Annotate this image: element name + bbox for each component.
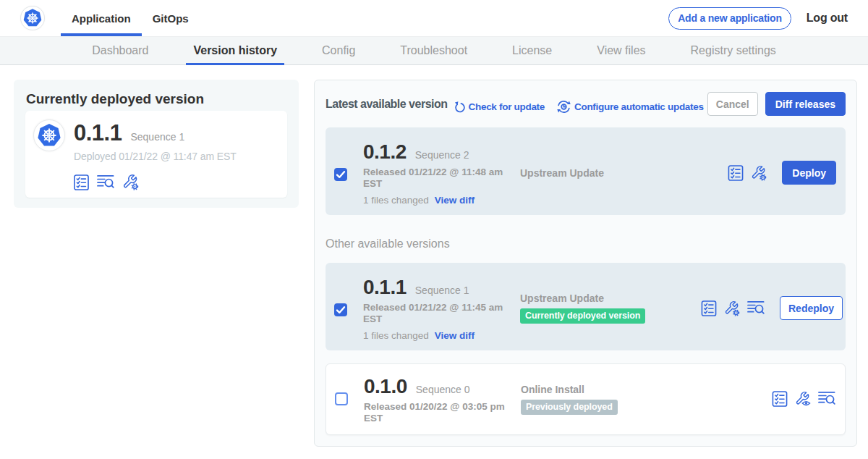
diff-releases-button[interactable]: Diff releases — [765, 92, 846, 116]
row-source-column: Upstream Update — [520, 167, 701, 179]
row-sequence-label: Sequence 1 — [415, 285, 469, 296]
tab-gitops[interactable]: GitOps — [142, 0, 200, 36]
deployed-version-details: 0.1.1 Sequence 1 Deployed 01/21/22 @ 11:… — [74, 119, 237, 189]
view-logs-icon[interactable] — [747, 300, 765, 316]
row-source-label: Upstream Update — [520, 292, 701, 304]
preflight-checks-icon[interactable] — [728, 165, 744, 181]
row-source-column: Upstream Update Currently deployed versi… — [520, 292, 701, 324]
preflight-checks-icon[interactable] — [74, 174, 89, 190]
preflight-checks-icon[interactable] — [772, 391, 788, 407]
logout-link[interactable]: Log out — [807, 12, 848, 25]
version-line: 0.1.1 Sequence 1 — [74, 121, 237, 146]
subnav-registry-settings[interactable]: Registry settings — [668, 37, 799, 64]
edit-config-icon[interactable] — [751, 165, 767, 181]
spacer — [326, 116, 846, 127]
preflight-checks-icon[interactable] — [701, 300, 717, 316]
view-logs-icon[interactable] — [818, 391, 835, 407]
subnav-troubleshoot[interactable]: Troubleshoot — [378, 37, 490, 64]
available-versions-header: Latest available version Check for updat… — [326, 92, 846, 116]
row-source-column: Online Install Previously deployed — [521, 384, 702, 415]
version-line: 0.1.2 Sequence 2 — [363, 140, 520, 164]
row-sequence-label: Sequence 0 — [416, 384, 470, 395]
row-actions — [772, 391, 835, 407]
row-version-label: 0.1.0 — [364, 374, 407, 398]
currently-deployed-badge: Currently deployed version — [520, 308, 645, 324]
version-checkbox[interactable] — [335, 392, 348, 405]
deployed-version-label: 0.1.1 — [74, 121, 122, 146]
row-source-label: Upstream Update — [520, 167, 701, 179]
currently-deployed-heading: Currently deployed version — [26, 91, 287, 107]
version-line: 0.1.0 Sequence 0 — [364, 374, 521, 398]
row-actions: Redeploy — [701, 296, 843, 320]
header-action-buttons: Cancel Diff releases — [707, 92, 846, 116]
deploy-button[interactable]: Deploy — [782, 161, 836, 185]
subnav-config[interactable]: Config — [299, 37, 378, 64]
row-version-label: 0.1.1 — [363, 275, 407, 299]
row-released-label: Released 01/21/22 @ 11:48 am EST — [363, 167, 504, 189]
spacer — [326, 350, 846, 363]
version-row-0-1-2: 0.1.2 Sequence 2 Released 01/21/22 @ 11:… — [326, 127, 846, 215]
schedule-icon — [557, 100, 571, 114]
tab-gitops-label: GitOps — [153, 12, 189, 25]
subnav-dashboard[interactable]: Dashboard — [69, 37, 171, 64]
top-nav-bar: Application GitOps Add a new application… — [0, 0, 868, 36]
row-version-details: 0.1.2 Sequence 2 Released 01/21/22 @ 11:… — [363, 140, 520, 206]
checkmark-icon — [334, 168, 347, 181]
top-tabs: Application GitOps — [61, 0, 200, 36]
row-source-label: Online Install — [521, 384, 702, 395]
configure-automatic-updates-label: Configure automatic updates — [574, 101, 704, 112]
available-versions-panel: Latest available version Check for updat… — [314, 80, 857, 447]
version-line: 0.1.1 Sequence 1 — [363, 275, 520, 299]
row-version-details: 0.1.1 Sequence 1 Released 01/21/22 @ 11:… — [363, 275, 520, 341]
row-released-label: Released 01/21/22 @ 11:45 am EST — [363, 302, 504, 324]
add-application-button[interactable]: Add a new application — [668, 7, 791, 30]
top-right-actions: Add a new application Log out — [668, 7, 848, 30]
kubernetes-logo-icon — [22, 7, 43, 29]
files-changed-line: 1 files changedView diff — [363, 330, 520, 341]
row-version-details: 0.1.0 Sequence 0 Released 01/20/22 @ 03:… — [364, 374, 521, 424]
app-icon — [33, 119, 65, 151]
checkmark-icon — [334, 303, 347, 316]
previously-deployed-badge: Previously deployed — [521, 400, 618, 415]
view-config-icon[interactable] — [795, 391, 811, 407]
kubernetes-logo-icon — [35, 122, 63, 149]
main-content: Currently deployed version 0.1.1 Sequenc… — [0, 65, 868, 458]
subnav-view-files[interactable]: View files — [574, 37, 668, 64]
deployed-sequence-label: Sequence 1 — [130, 131, 184, 143]
version-checkbox[interactable] — [334, 168, 347, 181]
files-changed-line: 1 files changedView diff — [363, 195, 520, 206]
version-checkbox[interactable] — [334, 303, 347, 316]
configure-automatic-updates-link[interactable]: Configure automatic updates — [557, 100, 704, 114]
other-available-heading: Other available versions — [326, 237, 846, 250]
deployed-timestamp: Deployed 01/21/22 @ 11:47 am EST — [74, 151, 237, 162]
view-logs-icon[interactable] — [97, 174, 114, 190]
row-sequence-label: Sequence 2 — [415, 149, 469, 161]
edit-config-icon[interactable] — [724, 300, 740, 316]
row-files-changed: 1 files changed — [363, 330, 429, 341]
redeploy-button[interactable]: Redeploy — [780, 296, 843, 320]
version-row-0-1-0: 0.1.0 Sequence 0 Released 01/20/22 @ 03:… — [326, 363, 846, 435]
view-diff-link[interactable]: View diff — [435, 330, 475, 341]
edit-config-icon[interactable] — [122, 174, 139, 190]
currently-deployed-panel: Currently deployed version 0.1.1 Sequenc… — [14, 80, 299, 208]
check-for-update-link[interactable]: Check for update — [454, 101, 545, 113]
row-version-label: 0.1.2 — [363, 140, 407, 164]
check-for-update-label: Check for update — [469, 101, 545, 112]
row-files-changed: 1 files changed — [363, 195, 429, 206]
subnav-version-history[interactable]: Version history — [171, 37, 299, 64]
subnav-license[interactable]: License — [490, 37, 574, 64]
tab-application[interactable]: Application — [61, 0, 142, 36]
tab-application-label: Application — [72, 12, 131, 25]
view-diff-link[interactable]: View diff — [435, 195, 475, 206]
deployed-version-card: 0.1.1 Sequence 1 Deployed 01/21/22 @ 11:… — [25, 111, 287, 198]
latest-available-heading: Latest available version — [326, 98, 448, 111]
app-subnav: Dashboard Version history Config Trouble… — [0, 36, 868, 65]
app-logo — [20, 6, 45, 30]
cancel-button[interactable]: Cancel — [707, 92, 758, 116]
refresh-icon — [454, 101, 465, 113]
row-released-label: Released 01/20/22 @ 03:05 pm EST — [364, 401, 505, 424]
version-row-0-1-1: 0.1.1 Sequence 1 Released 01/21/22 @ 11:… — [326, 263, 846, 350]
row-actions: Deploy — [728, 161, 836, 185]
